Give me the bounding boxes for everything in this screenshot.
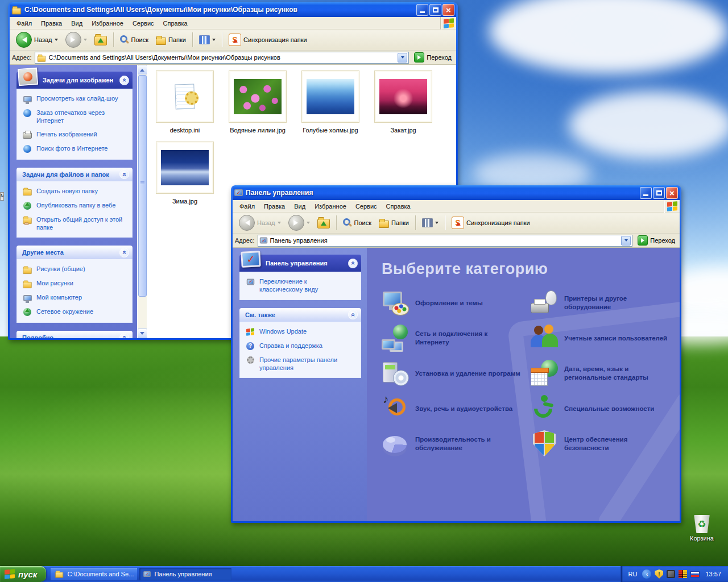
file-winter[interactable]: Зима.jpg	[155, 142, 215, 205]
security-alert-shield-icon[interactable]: !	[655, 569, 663, 579]
category-network-internet[interactable]: Сеть и подключения к Интернету	[382, 325, 531, 352]
menu-tools[interactable]: Сервис	[128, 18, 159, 28]
see-also-header[interactable]: См. также »	[239, 308, 361, 322]
collapse-chevron-icon[interactable]: »	[119, 248, 129, 257]
explorer-titlebar[interactable]: C:\Documents and Settings\All Users\Доку…	[10, 2, 456, 17]
collapse-chevron-icon[interactable]: »	[119, 333, 129, 338]
hide-icons-chevron[interactable]: ‹	[642, 569, 651, 579]
taskbar-item-control-panel[interactable]: ✓ Панель управления	[139, 568, 231, 580]
task-share-folder[interactable]: Открыть общий доступ к этой папке	[23, 215, 129, 232]
cp-panel-header[interactable]: ✓ Панель управления »	[239, 255, 361, 272]
recycle-bin[interactable]: ♻ Корзина	[684, 515, 719, 542]
menu-edit[interactable]: Правка	[36, 18, 67, 28]
menu-help[interactable]: Справка	[382, 201, 415, 211]
category-appearance-themes[interactable]: Оформление и темы	[382, 289, 531, 317]
collapse-chevron-icon[interactable]: »	[119, 169, 129, 179]
switch-classic-view-link[interactable]: ✓ Переключение к классическому виду	[246, 277, 357, 294]
category-security-center[interactable]: Центр обеспечения безопасности	[531, 430, 680, 458]
category-user-accounts[interactable]: Учетные записи пользователей	[531, 325, 680, 352]
help-support-link[interactable]: ? Справка и поддержка	[246, 342, 357, 351]
taskbar-item-explorer[interactable]: C:\Documents and Se...	[51, 568, 137, 580]
scroll-up-button[interactable]	[138, 65, 147, 74]
minimize-button[interactable]	[640, 187, 652, 199]
file-sunset[interactable]: Закат.jpg	[373, 70, 433, 134]
back-dropdown-caret[interactable]	[55, 39, 58, 43]
minimize-button[interactable]	[416, 4, 428, 16]
other-cp-options-link[interactable]: Прочие параметры панели управления	[246, 356, 357, 372]
up-button[interactable]	[92, 33, 110, 47]
task-new-folder[interactable]: Создать новую папку	[23, 187, 129, 196]
go-button[interactable]: Переход	[412, 52, 454, 63]
category-add-remove-programs[interactable]: Установка и удаление программ	[382, 360, 531, 387]
place-network[interactable]: Сетевое окружение	[23, 307, 129, 317]
menu-help[interactable]: Справка	[159, 18, 192, 28]
place-my-pictures[interactable]: Мои рисунки	[23, 279, 129, 288]
audio-mixer-tray-icon[interactable]	[679, 570, 687, 578]
category-accessibility[interactable]: Специальные возможности	[531, 395, 680, 422]
task-pane-scrollbar[interactable]	[137, 65, 147, 338]
sync-folder-button[interactable]: S Синхронизация папки	[226, 32, 310, 47]
back-button[interactable]: Назад	[13, 31, 61, 49]
task-publish-folder[interactable]: Опубликовать папку в вебе	[23, 201, 129, 210]
task-print-pictures[interactable]: Печать изображений	[23, 130, 129, 139]
views-button[interactable]	[196, 34, 218, 45]
search-button[interactable]: Поиск	[340, 217, 374, 228]
file-blue-hills[interactable]: Голубые холмы.jpg	[300, 70, 361, 134]
address-input[interactable]: C:\Documents and Settings\All Users\Доку…	[35, 52, 410, 64]
file-desktop-ini[interactable]: desktop.ini	[155, 70, 215, 134]
menu-file[interactable]: Файл	[235, 201, 259, 211]
picture-tasks-header[interactable]: Задачи для изображен »	[16, 72, 133, 89]
up-button[interactable]	[315, 216, 333, 230]
language-indicator[interactable]: RU	[627, 570, 639, 578]
menu-file[interactable]: Файл	[12, 18, 36, 28]
sync-icon: S	[229, 34, 241, 46]
go-button[interactable]: Переход	[635, 235, 677, 246]
menu-view[interactable]: Вид	[289, 201, 310, 211]
scrollbar-thumb[interactable]	[138, 75, 147, 297]
taskbar-clock[interactable]: 13:57	[705, 571, 721, 577]
menu-favorites[interactable]: Избранное	[310, 201, 351, 211]
category-sounds-audio[interactable]: ♪ Звук, речь и аудиоустройства	[382, 395, 531, 422]
menu-tools[interactable]: Сервис	[351, 201, 382, 211]
russian-flag-tray-icon[interactable]	[690, 571, 700, 577]
place-my-computer[interactable]: Мой компьютер	[23, 293, 129, 302]
search-button[interactable]: Поиск	[117, 34, 151, 45]
start-button[interactable]: пуск	[0, 566, 46, 582]
collapse-chevron-icon[interactable]: »	[119, 76, 129, 85]
task-order-prints[interactable]: Заказ отпечатков через Интернет	[23, 109, 129, 125]
place-shared-pictures[interactable]: Рисунки (общие)	[23, 265, 129, 274]
menu-view[interactable]: Вид	[67, 18, 87, 28]
memory-chip-tray-icon[interactable]	[667, 570, 675, 578]
task-view-slideshow[interactable]: Просмотреть как слайд-шоу	[23, 94, 129, 103]
collapse-chevron-icon[interactable]: »	[348, 310, 358, 319]
menu-favorites[interactable]: Избранное	[87, 18, 128, 28]
forward-button[interactable]	[63, 31, 90, 49]
address-input[interactable]: ✓ Панель управления	[258, 235, 633, 247]
category-performance-maintenance[interactable]: Производительность и обслуживание	[382, 430, 531, 458]
folders-button[interactable]: Папки	[376, 217, 412, 229]
maximize-button[interactable]	[653, 187, 665, 199]
address-dropdown-button[interactable]	[398, 53, 407, 63]
folders-button[interactable]: Папки	[153, 34, 189, 46]
maximize-button[interactable]	[429, 4, 441, 16]
file-tasks-header[interactable]: Задачи для файлов и папок »	[16, 168, 133, 181]
cp-titlebar[interactable]: ✓ Панель управления ×	[233, 185, 680, 200]
collapse-chevron-icon[interactable]: »	[348, 259, 358, 268]
scroll-down-button[interactable]	[138, 329, 147, 338]
file-water-lilies[interactable]: Водяные лилии.jpg	[228, 70, 288, 134]
views-button[interactable]	[419, 217, 441, 228]
sync-folder-button[interactable]: S Синхронизация папки	[449, 215, 533, 230]
details-header[interactable]: Подробно »	[16, 331, 133, 338]
views-dropdown-caret[interactable]	[212, 39, 216, 43]
task-search-photos[interactable]: Поиск фото в Интернете	[23, 144, 129, 153]
close-button[interactable]: ×	[666, 187, 678, 199]
windows-update-link[interactable]: Windows Update	[246, 327, 357, 336]
other-places-header[interactable]: Другие места »	[16, 246, 133, 259]
address-dropdown-button[interactable]	[621, 236, 631, 246]
views-dropdown-caret[interactable]	[435, 222, 439, 226]
menu-edit[interactable]: Правка	[259, 201, 289, 211]
category-printers-hardware[interactable]: Принтеры и другое оборудование	[531, 289, 680, 317]
address-value: C:\Documents and Settings\All Users\Доку…	[49, 54, 396, 61]
category-date-time-language[interactable]: Дата, время, язык и региональные стандар…	[531, 360, 680, 387]
close-button[interactable]: ×	[442, 4, 454, 16]
